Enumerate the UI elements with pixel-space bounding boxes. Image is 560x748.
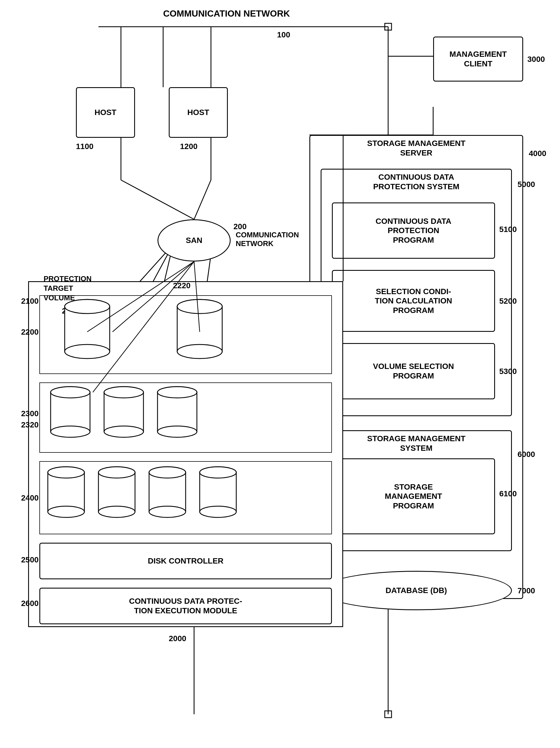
cylinder-2300-1: [48, 385, 93, 444]
sms-ref: 4000: [529, 149, 546, 158]
selection-cond-ref: 5200: [499, 297, 517, 306]
svg-line-12: [194, 180, 211, 219]
storage-mgmt-program-ref: 6100: [499, 489, 517, 498]
sms-label: STORAGE MANAGEMENTSERVER: [367, 139, 466, 158]
cdp-system-label: CONTINUOUS DATAPROTECTION SYSTEM: [373, 172, 459, 191]
cylinder-2210: [62, 298, 113, 366]
svg-point-55: [200, 467, 236, 478]
vol-2220-ref: 2220: [173, 281, 190, 290]
svg-point-26: [177, 345, 222, 358]
host2-label: HOST: [187, 108, 209, 117]
database-label: DATABASE (DB): [386, 586, 447, 595]
row-2100-ref: 2100: [21, 297, 39, 306]
cylinder-2400-2: [96, 465, 138, 524]
row-2320-ref: 2320: [21, 420, 39, 429]
svg-line-10: [121, 180, 194, 219]
svg-point-23: [65, 300, 110, 313]
cylinder-2300-3: [155, 385, 200, 444]
disk-controller-ref: 2500: [21, 555, 39, 564]
svg-point-43: [48, 467, 85, 478]
cdp-exec-label: CONTINUOUS DATA PROTEC-TION EXECUTION MO…: [129, 597, 242, 615]
host1-ref: 1100: [76, 142, 93, 151]
cdp-program-ref: 5100: [499, 225, 517, 234]
svg-point-30: [51, 426, 90, 437]
cdp-program-label: CONTINUOUS DATAPROTECTIONPROGRAM: [375, 216, 451, 245]
cylinder-2400-3: [146, 465, 188, 524]
svg-point-39: [158, 387, 197, 398]
svg-rect-3: [385, 711, 392, 718]
database-box: DATABASE (DB): [321, 571, 512, 610]
san-comm-label: COMMUNICATIONNETWORK: [236, 231, 292, 248]
host1-label: HOST: [94, 108, 116, 117]
svg-point-50: [149, 506, 186, 517]
storage-system-ref: 2000: [169, 634, 186, 643]
comm-network-ref: 100: [277, 30, 290, 39]
management-client-box: MANAGEMENTCLIENT: [433, 37, 523, 81]
san-label: SAN: [186, 236, 202, 245]
cylinder-2300-2: [101, 385, 146, 444]
san-box: SAN: [158, 219, 231, 261]
san-ref: 200: [233, 222, 247, 231]
svg-point-46: [98, 506, 135, 517]
svg-point-47: [98, 467, 135, 478]
cdp-exec-box: CONTINUOUS DATA PROTEC-TION EXECUTION MO…: [39, 588, 332, 624]
vol-selection-box: VOLUME SELECTIONPROGRAM: [332, 343, 495, 399]
cylinder-2400-4: [197, 465, 239, 524]
svg-point-27: [177, 300, 222, 313]
storage-mgmt-program-box: STORAGEMANAGEMENTPROGRAM: [332, 458, 495, 534]
cdp-exec-ref: 2600: [21, 599, 39, 608]
svg-point-22: [65, 345, 110, 358]
storage-mgmt-system-label: STORAGE MANAGEMENTSYSTEM: [367, 434, 466, 453]
svg-point-42: [48, 506, 85, 517]
storage-mgmt-program-label: STORAGEMANAGEMENTPROGRAM: [385, 482, 442, 511]
vol-selection-label: VOLUME SELECTIONPROGRAM: [373, 361, 454, 380]
svg-point-31: [51, 387, 90, 398]
management-client-label: MANAGEMENTCLIENT: [449, 49, 507, 68]
management-client-ref: 3000: [528, 55, 545, 64]
svg-point-51: [149, 467, 186, 478]
host2-ref: 1200: [180, 142, 197, 151]
vol-selection-ref: 5300: [499, 367, 517, 376]
disk-controller-label: DISK CONTROLLER: [148, 556, 223, 566]
cylinder-2220: [174, 298, 225, 366]
svg-point-35: [104, 387, 143, 398]
comm-network-label: COMMUNICATION NETWORK: [163, 8, 290, 19]
row-2300-ref: 2300: [21, 409, 39, 418]
svg-point-54: [200, 506, 236, 517]
host1-box: HOST: [76, 87, 135, 138]
selection-cond-label: SELECTION CONDI-TION CALCULATIONPROGRAM: [375, 287, 452, 315]
storage-mgmt-system-ref: 6000: [517, 450, 535, 459]
svg-point-38: [158, 426, 197, 437]
svg-point-34: [104, 426, 143, 437]
disk-controller-box: DISK CONTROLLER: [39, 543, 332, 579]
cdp-program-box: CONTINUOUS DATAPROTECTIONPROGRAM: [332, 203, 495, 259]
row-2400-ref: 2400: [21, 493, 39, 502]
svg-rect-2: [385, 23, 392, 30]
row-2200-ref: 2200: [21, 328, 39, 336]
cylinder-2400-1: [45, 465, 87, 524]
host2-box: HOST: [169, 87, 228, 138]
cdp-system-ref: 5000: [517, 180, 535, 189]
database-ref: 7000: [517, 586, 535, 595]
selection-cond-box: SELECTION CONDI-TION CALCULATIONPROGRAM: [332, 270, 495, 332]
